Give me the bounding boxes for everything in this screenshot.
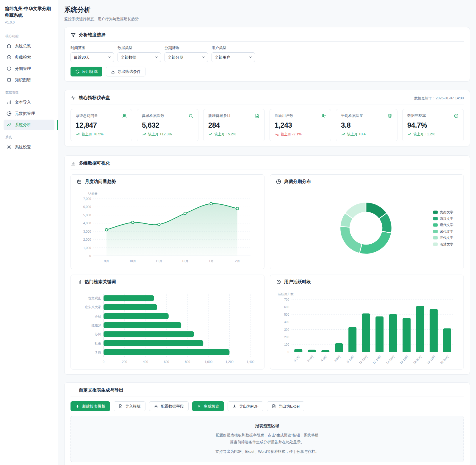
report-preview-area: 报表预览区域 配置好报表模板和数据字段后，点击“生成预览”按钮，系统将根 据当前… — [71, 416, 464, 462]
sidebar-item[interactable]: 系统总览 — [4, 41, 54, 51]
users-icon — [122, 113, 127, 118]
svg-text:9月: 9月 — [104, 259, 109, 263]
trend-up-icon — [76, 132, 80, 137]
kpi-card: 活跃用户数1,243较上月 -2.1% — [270, 109, 331, 141]
svg-text:400: 400 — [143, 360, 148, 364]
activity-icon — [71, 95, 76, 101]
chart-column-icon — [71, 161, 76, 166]
kpi-trend: 较上月 +8.5% — [76, 132, 127, 137]
report-button-label: 生成预览 — [204, 404, 219, 409]
svg-text:唐代文学: 唐代文学 — [440, 223, 453, 227]
report-preview-text: 据当前筛选条件生成分析报告并在此处显示。 — [77, 440, 458, 445]
sidebar-section-label: 系统 — [5, 135, 53, 140]
chart-card-header: 典藏分期分布 — [276, 179, 458, 188]
svg-text:古文观止: 古文观止 — [88, 296, 101, 300]
report-button[interactable]: 导出为Excel — [267, 401, 304, 411]
svg-text:红楼梦: 红楼梦 — [91, 323, 101, 327]
kpi-card: 典藏检索次数5,632较上月 +12.3% — [137, 109, 198, 141]
trend-up-icon — [142, 132, 146, 137]
bar-chart-icon — [77, 279, 82, 284]
kpi-trend: 较上月 +12.3% — [142, 132, 193, 137]
kpi-card: 系统总访问量12,847较上月 +8.5% — [71, 109, 132, 141]
sidebar: 篇纬九州·中华文学分期典藏系统 V1.0.0 核心功能系统总览典藏检索分期管理知… — [0, 0, 58, 465]
file-plus-icon — [255, 113, 260, 118]
funnel-icon — [71, 32, 76, 38]
svg-text:两汉文学: 两汉文学 — [440, 217, 453, 220]
kpi-grid: 系统总访问量12,847较上月 +8.5%典藏检索次数5,632较上月 +12.… — [71, 109, 464, 141]
svg-text:宋代文学: 宋代文学 — [440, 230, 453, 233]
filter-field-label: 数据类型 — [118, 46, 161, 51]
chart-line: 01,0002,0003,0004,0005,0006,0007,000访问量9… — [77, 191, 258, 265]
chart-card-header: 用户活跃时段 — [276, 279, 458, 288]
svg-text:8-10时: 8-10时 — [346, 355, 355, 364]
svg-text:0: 0 — [89, 254, 91, 258]
filter-field-label: 时间范围 — [71, 46, 114, 51]
download-icon — [232, 404, 237, 408]
svg-text:4-6时: 4-6时 — [320, 355, 328, 362]
sidebar-item[interactable]: 系统设置 — [4, 142, 54, 153]
report-section-header: 自定义报表生成与导出 — [71, 387, 464, 397]
apply-filter-label: 应用筛选 — [82, 69, 98, 74]
filter-select[interactable]: 全部分期 — [165, 52, 208, 62]
apply-filter-button[interactable]: 应用筛选 — [71, 67, 102, 76]
sidebar-item-label: 系统设置 — [15, 145, 31, 150]
svg-text:2-4时: 2-4时 — [307, 355, 314, 362]
search-icon — [188, 113, 193, 118]
kpi-label: 新增典藏条目 — [208, 113, 231, 118]
page-header: 系统分析 监控系统运行状态、用户行为与数据增长趋势 — [64, 5, 470, 22]
chart-pie: 先秦文学两汉文学唐代文学宋代文学元代文学明清文学 — [276, 191, 458, 265]
svg-text:1,000: 1,000 — [83, 246, 91, 250]
report-button-label: 配置数据字段 — [161, 404, 184, 409]
sidebar-section-label: 数据管理 — [5, 90, 53, 95]
data-updated-timestamp: 数据更新于：2026-01-07 14:30 — [414, 95, 464, 101]
svg-text:10月: 10月 — [129, 259, 136, 263]
svg-text:200: 200 — [284, 336, 289, 339]
svg-text:600: 600 — [284, 306, 289, 309]
svg-text:7,000: 7,000 — [83, 197, 91, 201]
sidebar-item[interactable]: 文本导入 — [4, 97, 54, 108]
report-button[interactable]: 导出为PDF — [228, 401, 263, 411]
report-button[interactable]: 导入模板 — [114, 401, 145, 411]
filter-select[interactable]: 全部用户 — [212, 52, 255, 62]
chart-bar-horizontal: 02004006008001,0001,2001,400古文观止唐宋八大家诗经红… — [77, 291, 258, 366]
chart-card: 典藏分期分布先秦文学两汉文学唐代文学宋代文学元代文学明清文学 — [270, 174, 464, 269]
clock-icon — [276, 279, 281, 284]
visualization-section-header: 多维数据可视化 — [71, 160, 464, 170]
main-content: 系统分析 监控系统运行状态、用户行为与数据增长趋势 分析维度选择 时间范围最近3… — [58, 0, 476, 465]
svg-text:2,000: 2,000 — [83, 238, 91, 241]
circle-icon — [7, 66, 12, 71]
chart-bar: 0100200300400500600700活跃用户数0-2时2-4时4-6时6… — [276, 291, 458, 366]
svg-text:1,200: 1,200 — [226, 360, 233, 364]
kpi-card: 新增典藏条目284较上月 +5.2% — [203, 109, 265, 141]
kpi-section-header: 核心指标仪表盘 数据更新于：2026-01-07 14:30 — [71, 95, 464, 104]
sidebar-item[interactable]: 知识图谱 — [4, 75, 54, 85]
chart-card: 热门检索关键词02004006008001,0001,2001,400古文观止唐… — [71, 275, 264, 370]
svg-text:12月: 12月 — [182, 259, 188, 263]
kpi-trend: 较上月 +1.2% — [407, 132, 459, 137]
sidebar-item[interactable]: 元数据管理 — [4, 108, 54, 119]
calendar-icon — [77, 179, 82, 184]
svg-text:14-16时: 14-16时 — [386, 355, 395, 365]
kpi-label: 数据完整率 — [407, 113, 426, 118]
filter-select-wrap: 全部数据 — [118, 52, 161, 62]
pie-chart-icon — [276, 179, 281, 184]
export-filter-button[interactable]: 导出筛选条件 — [106, 67, 145, 76]
kpi-label: 平均检索深度 — [341, 113, 363, 118]
chart-title: 月度访问量趋势 — [85, 179, 116, 184]
report-button[interactable]: 生成预览 — [192, 401, 224, 411]
filter-select[interactable]: 全部数据 — [118, 52, 161, 62]
svg-text:4,000: 4,000 — [83, 221, 91, 225]
sidebar-item[interactable]: 典藏检索 — [4, 52, 54, 63]
kpi-trend: 较上月 +0.4 — [341, 132, 392, 137]
filter-select-wrap: 全部分期 — [165, 52, 208, 62]
chart-card: 用户活跃时段0100200300400500600700活跃用户数0-2时2-4… — [270, 275, 464, 370]
report-button[interactable]: 新建报表模板 — [71, 401, 110, 411]
square-icon — [7, 77, 12, 82]
kpi-value: 3.8 — [341, 121, 392, 129]
report-button[interactable]: 配置数据字段 — [149, 401, 189, 411]
filter-select[interactable]: 最近30天 — [71, 52, 114, 62]
sidebar-item[interactable]: 系统分析 — [4, 120, 54, 130]
kpi-card: 数据完整率94.7%较上月 +1.2% — [402, 109, 464, 141]
sidebar-item[interactable]: 分期管理 — [4, 63, 54, 74]
file-text-icon — [71, 388, 76, 393]
